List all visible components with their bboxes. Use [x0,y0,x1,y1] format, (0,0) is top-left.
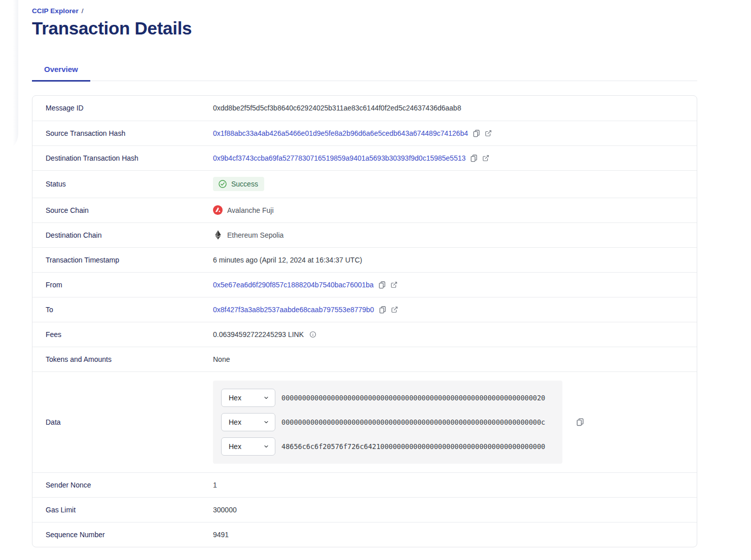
table-row-tokens: Tokens and Amounts None [32,347,697,371]
transaction-details-page: CCIP Explorer/ Transaction Details Overv… [0,0,751,547]
data-hex-block: Hex 000000000000000000000000000000000000… [213,381,562,464]
table-row-dest-chain: Destination Chain Ethereum Sepolia [32,222,697,247]
table-row-timestamp: Transaction Timestamp 6 minutes ago (Apr… [32,247,697,272]
copy-icon[interactable] [473,129,480,137]
row-label: Data [32,418,213,426]
row-label: Sender Nonce [32,481,213,489]
table-row-status: Status Success [32,170,697,198]
source-tx-hash-link[interactable]: 0x1f88abc33a4ab426a5466e01d9e5fe8a2b96d6… [213,129,468,137]
hex-line: 0000000000000000000000000000000000000000… [281,394,545,402]
dest-tx-hash-link[interactable]: 0x9b4cf3743ccba69fa5277830716519859a9401… [213,154,466,162]
row-label: Destination Transaction Hash [32,154,213,162]
status-badge: Success [213,177,264,191]
data-format-value: Hex [229,418,241,426]
table-row-message-id: Message ID 0xdd8be2f5f5d5cf3b8640c629240… [32,96,697,121]
external-link-icon[interactable] [391,306,398,313]
dest-chain-name: Ethereum Sepolia [227,231,283,239]
sender-nonce-value: 1 [213,481,217,489]
row-label: Tokens and Amounts [32,355,213,363]
sequence-number-value: 9491 [213,531,229,539]
table-row-data: Data Hex 0000000000000000000000000000000… [32,371,697,472]
timestamp-value: 6 minutes ago (April 12, 2024 at 16:34:3… [213,256,362,264]
fees-value: 0.06394592722245293 LINK [213,330,304,339]
page-title: Transaction Details [32,19,719,39]
data-format-value: Hex [229,394,241,402]
chevron-down-icon [263,419,269,425]
row-label: Message ID [32,104,213,112]
transaction-details-table: Message ID 0xdd8be2f5f5d5cf3b8640c629240… [32,95,697,547]
row-label: Source Transaction Hash [32,129,213,137]
hex-line: 0000000000000000000000000000000000000000… [281,418,545,426]
data-format-select[interactable]: Hex [221,437,275,456]
table-row-source-chain: Source Chain Avalanche Fuji [32,198,697,222]
external-link-icon[interactable] [390,281,398,288]
copy-icon[interactable] [470,154,478,162]
from-address-link[interactable]: 0x5e67ea6d6f290f857c1888204b7540bac76001… [213,281,374,289]
row-label: Gas Limit [32,506,213,514]
hex-line-row: Hex 000000000000000000000000000000000000… [221,413,554,431]
row-label: Sequence Number [32,531,213,539]
copy-icon[interactable] [379,306,386,314]
breadcrumb-separator: / [82,7,84,15]
copy-icon[interactable] [378,281,386,289]
info-icon[interactable] [309,331,316,338]
row-label: To [32,306,213,314]
data-format-value: Hex [229,442,241,451]
chevron-down-icon [263,395,269,401]
breadcrumb: CCIP Explorer/ [32,7,719,15]
status-text: Success [231,180,258,188]
row-label: Status [32,180,213,188]
table-row-fees: Fees 0.06394592722245293 LINK [32,322,697,347]
external-link-icon[interactable] [482,155,489,162]
copy-icon[interactable] [576,418,584,426]
source-chain-name: Avalanche Fuji [227,206,274,214]
table-row-gas-limit: Gas Limit 300000 [32,497,697,522]
gas-limit-value: 300000 [213,506,237,514]
table-row-from: From 0x5e67ea6d6f290f857c1888204b7540bac… [32,272,697,297]
table-row-sequence-number: Sequence Number 9491 [32,522,697,547]
hex-line: 48656c6c6f20576f726c64210000000000000000… [281,442,545,451]
external-link-icon[interactable] [485,130,492,137]
row-label: Destination Chain [32,231,213,239]
message-id-value: 0xdd8be2f5f5d5cf3b8640c62924025b311ae83c… [213,104,461,112]
table-row-sender-nonce: Sender Nonce 1 [32,472,697,497]
data-format-select[interactable]: Hex [221,413,275,431]
table-row-to: To 0x8f427f3a3a8b2537aabde68caab797553e8… [32,297,697,322]
tokens-value: None [213,355,230,363]
row-label: From [32,281,213,289]
ethereum-icon [213,230,223,240]
row-label: Source Chain [32,206,213,214]
table-row-source-tx-hash: Source Transaction Hash 0x1f88abc33a4ab4… [32,121,697,145]
row-label: Fees [32,330,213,339]
breadcrumb-ccip-explorer-link[interactable]: CCIP Explorer [32,7,79,15]
hex-line-row: Hex 000000000000000000000000000000000000… [221,389,554,407]
tab-bar: Overview [32,60,697,81]
hex-line-row: Hex 48656c6c6f20576f726c6421000000000000… [221,437,554,456]
check-circle-icon [218,179,227,189]
to-address-link[interactable]: 0x8f427f3a3a8b2537aabde68caab797553e8779… [213,306,374,314]
chevron-down-icon [263,443,269,450]
row-label: Transaction Timestamp [32,256,213,264]
avalanche-icon [213,205,223,215]
tab-overview[interactable]: Overview [32,60,90,82]
table-row-dest-tx-hash: Destination Transaction Hash 0x9b4cf3743… [32,145,697,170]
data-format-select[interactable]: Hex [221,389,275,407]
